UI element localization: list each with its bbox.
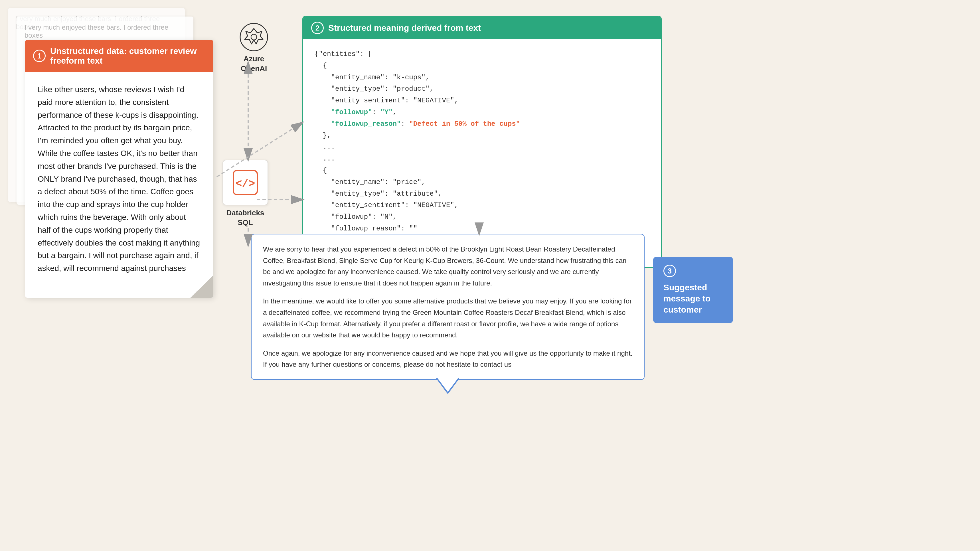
databricks-logo-svg: </>	[231, 168, 259, 197]
review-text: Like other users, whose reviews I wish I…	[38, 83, 201, 275]
bg-line-2: I very much enjoyed these bars. I ordere…	[24, 23, 185, 39]
azure-openai-box: Azure OpenAI	[240, 23, 268, 73]
review-card: 1 Unstructured data: customer review fre…	[25, 40, 213, 298]
structured-body: {"entities": [ { "entity_name": "k-cups"…	[303, 39, 661, 267]
azure-label: Azure OpenAI	[241, 54, 267, 73]
suggested-paragraph-1: We are sorry to hear that you experience…	[263, 244, 633, 288]
suggested-paragraph-3: Once again, we apologize for any inconve…	[263, 348, 633, 370]
step-2-badge: 2	[311, 22, 324, 34]
suggested-pointer	[436, 378, 459, 395]
review-card-title: Unstructured data: customer review freef…	[50, 46, 205, 65]
suggested-message-body: We are sorry to hear that you experience…	[251, 234, 644, 379]
suggested-message-box: We are sorry to hear that you experience…	[251, 234, 644, 380]
svg-point-1	[251, 34, 257, 40]
structured-title: Structured meaning derived from text	[328, 23, 481, 33]
openai-logo	[240, 23, 268, 51]
databricks-label: Databricks SQL	[226, 208, 264, 228]
step-3-label: Suggested message to customer	[663, 282, 723, 315]
databricks-sql-box: </> Databricks SQL	[223, 160, 268, 228]
svg-marker-5	[438, 378, 458, 392]
step-3-badge: 3	[663, 265, 676, 277]
svg-text:</>: </>	[235, 178, 255, 190]
structured-header: 2 Structured meaning derived from text	[303, 16, 661, 39]
step-1-badge: 1	[33, 49, 46, 62]
databricks-icon: </>	[223, 160, 268, 205]
step-3-badge-box: 3 Suggested message to customer	[653, 257, 733, 323]
suggested-paragraph-2: In the meantime, we would like to offer …	[263, 295, 633, 341]
review-card-body: Like other users, whose reviews I wish I…	[25, 72, 213, 298]
svg-point-0	[240, 23, 267, 51]
review-card-header: 1 Unstructured data: customer review fre…	[25, 40, 213, 72]
step-3-container: 3 Suggested message to customer	[653, 257, 733, 323]
structured-output-box: 2 Structured meaning derived from text {…	[302, 16, 662, 268]
